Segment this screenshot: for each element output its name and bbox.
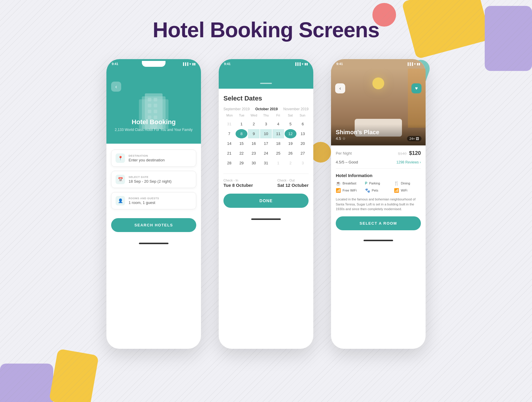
wifi2-label: WiFi [401,189,407,192]
cal-day-16[interactable]: 16 [248,139,259,148]
phone3-home-bar [364,240,393,241]
parking-icon: P [365,181,367,185]
cal-day-6[interactable]: 6 [297,119,309,129]
cal-day-27[interactable]: 27 [297,149,309,158]
cal-day-23[interactable]: 23 [248,149,259,158]
amenity-wifi: 📶 Free WiFi [336,188,363,193]
cal-day-17[interactable]: 17 [260,139,272,148]
price-old: $140 [398,151,407,156]
hotel-image-overlay: Shimon's Place 4.5 ☆ [331,124,426,145]
per-night-label: Per Night [336,151,352,155]
phone2-home-bar [251,218,281,220]
phone1-back-button[interactable]: ‹ [111,82,121,92]
wifi-label: Free WiFi [343,189,357,192]
cal-day-12-selected[interactable]: 12 [285,129,296,138]
cal-day-19[interactable]: 19 [285,139,296,148]
cal-day-15[interactable]: 15 [236,139,247,148]
phone3-favorite-button[interactable]: ♥ [411,83,421,93]
cal-day-25[interactable]: 25 [273,149,284,158]
amenity-pets: 🐾 Pets [365,188,392,193]
dining-label: Dining [401,181,410,185]
checkout-label: Check - Out [277,179,309,182]
date-label: SELECT DATE [129,176,171,179]
select-date-field[interactable]: 📅 SELECT DATE 18 Sep - 20 Sep (2 night) [111,171,196,188]
cal-day-30[interactable]: 30 [248,158,259,168]
cal-day-9-range[interactable]: 9 [248,129,259,138]
cal-day-13[interactable]: 13 [297,129,309,138]
phone-select-dates: 9:41 ▐▐▐ ▾ ▮▮ Select Dates September 201… [219,59,313,349]
cal-day-7[interactable]: 7 [223,129,235,138]
checkout-value: Sat 12 Octuber [277,183,309,188]
svg-rect-5 [148,104,151,107]
cal-day-31[interactable]: 31 [260,158,272,168]
rating-section: 4.5/5 – Good 1298 Reviews › [336,160,421,169]
select-room-button[interactable]: SELECT A ROOM [336,216,421,230]
checkin-label: Check - In [223,179,253,182]
checkin-info: Check - In Tue 8 Octuber [223,179,253,188]
cal-day-22[interactable]: 22 [236,149,247,158]
hotel-description: Located in the famous and bohemian neigh… [336,197,421,212]
phone1-body: 📍 DESTINATION Enter you destination 📅 SE… [106,144,201,238]
cal-day-3[interactable]: 3 [260,119,272,129]
phone3-body: Per Night $140 $120 4.5/5 – Good 1298 Re… [331,145,426,235]
phones-container: 9:41 ▐▐▐ ▾ ▮▮ ‹ [0,59,532,349]
cal-day-1-next[interactable]: 1 [273,158,284,168]
reviews-link[interactable]: 1298 Reviews › [396,160,421,164]
select-dates-title: Select Dates [223,95,309,102]
person-icon: 👤 [116,196,125,205]
svg-rect-6 [154,104,157,107]
phone1-hotel-subtitle: 2,133 World Class Hotel For You and Your… [106,128,201,132]
day-header-wed: Wed [248,114,260,117]
rooms-guests-field[interactable]: 👤 ROOMS AND GUESTS 1 room, 1 guest [111,192,196,209]
cal-day-24[interactable]: 24 [260,149,272,158]
cal-day-5[interactable]: 5 [285,119,296,129]
phone3-back-button[interactable]: ‹ [335,83,345,93]
phone3-status-bar: 9:41 ▐▐▐ ▾ ▮▮ [331,59,426,69]
cal-day-29[interactable]: 29 [236,158,247,168]
phone2-time: 9:41 [224,62,231,66]
destination-field[interactable]: 📍 DESTINATION Enter you destination [111,150,196,167]
calendar-months-nav: September 2019 October 2019 November 201… [223,107,309,111]
cal-day-1[interactable]: 1 [236,119,247,129]
star-icon: ☆ [342,136,346,141]
amenity-wifi2: 📶 WiFi [394,188,421,193]
cal-day-8-selected[interactable]: 8 [236,129,247,138]
cal-day-3-next[interactable]: 3 [297,158,309,168]
cal-day-18[interactable]: 18 [273,139,284,148]
cal-day-4[interactable]: 4 [273,119,284,129]
prev-month[interactable]: September 2019 [223,107,250,111]
svg-rect-8 [154,110,157,113]
cal-day-21[interactable]: 21 [223,149,235,158]
phone1-home-bar [139,243,168,244]
cal-day-14[interactable]: 14 [223,139,235,148]
hotel-name: Shimon's Place [336,129,421,136]
cal-day-28[interactable]: 28 [223,158,235,168]
cal-day-20[interactable]: 20 [297,139,309,148]
amenities-grid: ☕ Breakfast P Parking 🍴 Dining 📶 Free Wi… [336,181,421,193]
day-header-thu: Thu [260,114,272,117]
day-header-fri: Fri [272,114,284,117]
price-display: $140 $120 [398,150,421,156]
breakfast-label: Breakfast [343,181,356,185]
room-lamp [372,77,384,89]
done-button[interactable]: DONE [223,194,309,208]
cal-day-26[interactable]: 26 [285,149,296,158]
phone1-header: ‹ Hotel Booking 2,133 World Class Hotel … [106,67,201,144]
cal-day-11-range[interactable]: 11 [273,129,284,138]
phone2-handle [260,83,272,84]
cal-day-10-range[interactable]: 10 [260,129,272,138]
pets-label: Pets [372,189,378,192]
next-month[interactable]: November 2019 [283,107,309,111]
calendar-days-header: Mon Tue Wed Thu Fri Sat Sun [223,114,309,117]
cal-day-31-prev[interactable]: 31 [223,119,235,129]
hotel-room-image: ‹ ♥ Shimon's Place 4.5 ☆ 24+ 🖼 [331,69,426,145]
destination-label: DESTINATION [129,154,165,157]
cal-day-2-next[interactable]: 2 [285,158,296,168]
phone1-time: 9:41 [112,62,118,66]
rating-score: 4.5/5 – Good [336,160,358,164]
search-hotels-button[interactable]: SEARCH HOTELS [111,218,196,232]
cal-day-2[interactable]: 2 [248,119,259,129]
destination-value: Enter you destination [129,158,165,162]
svg-rect-4 [154,98,157,101]
phone3-time: 9:41 [336,62,343,66]
